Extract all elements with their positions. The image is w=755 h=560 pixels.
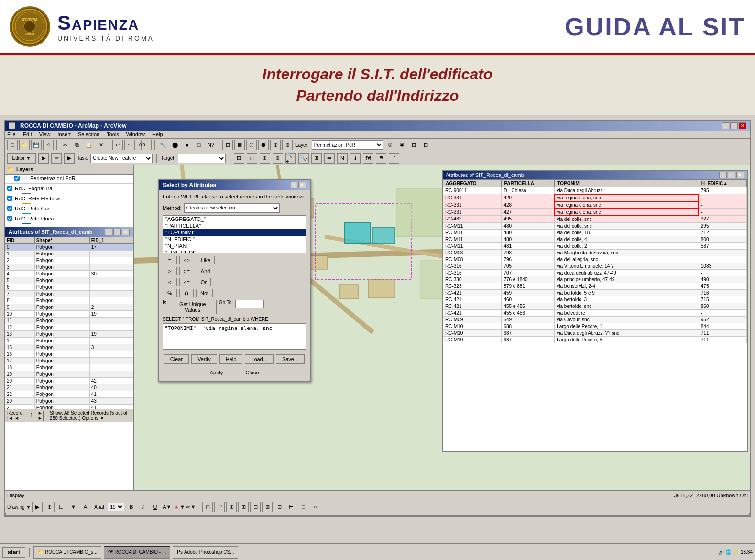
verify-btn[interactable]: Verify [191,354,217,364]
snap-btn11[interactable]: 🗺 [363,153,373,164]
tool2[interactable]: ⬤ [170,140,180,150]
data-table-row[interactable]: RC-323 879 e 881 via bonservizi, 2-4 475 [443,283,747,289]
field-n-edifici[interactable]: "N_EDIFICI" [163,236,306,242]
attrs-table-row-extra[interactable]: 20Polygon43 [5,397,133,404]
draw-shape10[interactable]: ○ [310,502,320,512]
tool11[interactable]: ⊗ [282,140,293,150]
layer-checkbox-elettrica[interactable] [7,196,12,201]
data-table-row[interactable]: RC-421 460 via bertoldo, 3 715 [443,296,747,303]
data-table-row[interactable]: RC-421 459 via bertoldo, 5 e 9 716 [443,289,747,296]
tool7[interactable]: ⊠ [234,140,245,150]
menu-help[interactable]: Help [152,132,163,137]
save-btn[interactable]: 💾 [31,140,42,150]
data-table-row[interactable]: RC-M08 796 via dell'allegria, snc - [443,256,747,263]
snap-btn5[interactable]: 🔍+ [285,153,296,164]
op-neq[interactable]: <> [179,256,194,264]
edit-tool3[interactable]: ▶ [64,153,75,164]
field-edifici-di[interactable]: "EDIFICI_DI" [163,249,306,253]
attrs-close[interactable]: ✕ [122,229,130,235]
target-select[interactable] [178,154,226,163]
snap-btn9[interactable]: N [337,153,348,164]
menu-tools[interactable]: Tools [107,132,119,137]
method-select[interactable]: Create a new selection [184,203,280,213]
data-table-row[interactable]: RC-421 455 e 456 via bertoldo, snc 860 [443,303,747,309]
attrs-table-row[interactable]: 21Polygon40 [5,384,133,391]
draw-shape6[interactable]: ⊠ [262,502,273,512]
attrs-table-row[interactable]: 0Polygon17 [5,243,133,250]
tool1[interactable]: 🔧 [158,140,168,150]
menu-edit[interactable]: Edit [23,132,32,137]
op-parens[interactable]: () [179,289,194,297]
data-table-row[interactable]: RC-331 427 via regina elena, snc - [443,209,747,216]
layer-elettrica[interactable]: RdC_Rete Elettrica [5,195,133,202]
redo-btn[interactable]: ↪ [124,140,135,150]
draw-shape1[interactable]: ◻ [202,502,213,512]
tool9[interactable]: ⬢ [258,140,269,150]
attrs-table-row[interactable]: 11Polygon [5,317,133,324]
snap-btn3[interactable]: ⊕ [260,153,270,164]
menu-window[interactable]: Window [126,132,145,137]
clear-btn[interactable]: Clear [164,354,189,364]
data-min[interactable]: _ [719,172,727,178]
menu-insert[interactable]: Insert [57,132,71,137]
data-table-row[interactable]: RC-330 776 e 1840 via principe umberto, … [443,276,747,283]
op-eq[interactable]: = [163,256,177,264]
data-table-row[interactable]: RC-M11 481 via del colle, 2 587 [443,242,747,249]
attrs-table-row[interactable]: 19Polygon [5,371,133,377]
scale-input[interactable] [139,143,153,147]
apply-btn[interactable]: Apply [200,368,233,377]
start-button[interactable]: start [2,547,25,558]
draw-shape7[interactable]: ⊡ [274,502,284,512]
layer-perimetrazioni[interactable]: 📄 Perimetrazioni PdR [12,175,133,182]
layer-checkbox-fognatura[interactable] [7,186,12,191]
task-rocca-s[interactable]: 📁 ROCCA DI CAMBIO_s... [33,546,101,559]
draw-tool3[interactable]: ☐ [56,502,66,512]
layer-tool4[interactable]: ⊟ [421,140,431,150]
data-table-row[interactable]: RC-M09 549 via Cavour, snc 952 [443,316,747,323]
layer-tool3[interactable]: ⊞ [409,140,419,150]
data-table-row[interactable]: RC-331 428 via regina elena, snc - [443,201,747,209]
minimize-btn[interactable]: _ [722,122,729,129]
font-size-select[interactable]: 10 [108,503,124,511]
open-btn[interactable]: 📁 [19,140,30,150]
draw-shape8[interactable]: ⊢ [286,502,296,512]
load-btn[interactable]: Load... [245,354,274,364]
data-max[interactable]: □ [728,172,735,178]
goto-input[interactable] [235,300,264,308]
draw-shape4[interactable]: ⊞ [238,502,249,512]
draw-shape2[interactable]: ⬚ [214,502,225,512]
task-select[interactable]: Create New Feature [90,154,153,163]
field-toponimi[interactable]: "TOPONIMI" [163,229,306,236]
attrs-table-row[interactable]: 2Polygon [5,257,133,264]
op-like[interactable]: Like [197,256,215,264]
data-table-row[interactable]: RC-316 707 via duca degli abruzzi 47-49 … [443,269,747,276]
tool10[interactable]: ⊕ [270,140,281,150]
bold-btn[interactable]: B [126,502,136,512]
data-table-row[interactable]: RC-M10 687 Largo delle Pecore, 5 711 [443,336,747,343]
tool6[interactable]: ⊞ [222,140,233,150]
layer-idrica[interactable]: RdC_Rete Idrica [5,215,133,222]
op-gt[interactable]: > [163,267,177,275]
tool3[interactable]: ■ [182,140,192,150]
attrs-table-row[interactable]: 17Polygon [5,357,133,364]
layer-fognatura[interactable]: RdC_Fognatura [5,185,133,192]
data-table-row[interactable]: RC-331 429 via regina elena, snc - [443,194,747,201]
op-or[interactable]: Or [197,278,211,286]
paste-btn[interactable]: 📋 [84,140,94,150]
draw-shape5[interactable]: ⊟ [250,502,261,512]
draw-shape3[interactable]: ⊕ [226,502,237,512]
field-aggregato[interactable]: "AGGREGATO_" [163,216,306,222]
layer-tool2[interactable]: ✱ [397,140,407,150]
delete-btn[interactable]: ✕ [96,140,106,150]
snap-btn6[interactable]: 🔍- [298,153,309,164]
font-color-btn[interactable]: A▼ [162,502,172,512]
dialog-help-btn[interactable]: ? [291,182,297,188]
layer-select[interactable]: Perimetrazioni PdR [312,140,383,150]
line-color-btn[interactable]: ✏▼ [186,502,196,512]
layer-checkbox-idrica[interactable] [7,216,12,221]
italic-btn[interactable]: I [138,502,148,512]
close-dialog-btn[interactable]: Close [236,368,269,377]
op-and[interactable]: And [197,267,215,275]
layer-gas[interactable]: RdC_Rete Gas [5,205,133,212]
edit-tool2[interactable]: ✏ [51,153,62,164]
